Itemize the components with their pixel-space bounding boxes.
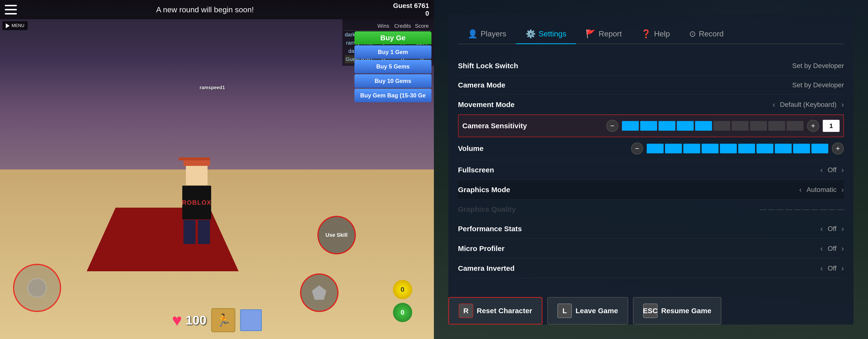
gold-coin: 0 — [393, 280, 412, 299]
inventory-item-2[interactable] — [240, 309, 262, 331]
performance-stats-chevron-right[interactable]: › — [841, 224, 844, 233]
heart-icon: ♥ — [172, 312, 182, 329]
buy-5-gems-button[interactable]: Buy 5 Gems — [354, 60, 431, 73]
vol-seg-5 — [720, 144, 737, 153]
action-button[interactable] — [300, 274, 339, 312]
setting-volume: Volume − + — [458, 137, 844, 160]
reset-character-button[interactable]: R Reset Character — [448, 297, 542, 324]
fullscreen-chevron-right[interactable]: › — [841, 165, 844, 174]
round-message: A new round will begin soon! — [17, 5, 393, 14]
col-credits: Credits — [393, 23, 412, 29]
use-skill-label: Use Skill — [326, 232, 348, 238]
tab-bar: 👤 Players ⚙️ Settings 🚩 Report ❓ Help ⊙ … — [458, 24, 844, 44]
setting-graphics-quality: Graphics Quality — — — — — — — — — — — [458, 200, 844, 219]
resume-game-button[interactable]: ESC Resume Game — [633, 297, 721, 324]
micro-profiler-value: Off — [828, 245, 837, 252]
col-player — [345, 23, 374, 29]
sensitivity-increase-button[interactable]: + — [807, 120, 819, 132]
report-tab-icon: 🚩 — [586, 29, 596, 38]
use-skill-button[interactable]: Use Skill — [317, 216, 356, 254]
tab-report[interactable]: 🚩 Report — [576, 24, 631, 44]
movement-mode-chevron-right[interactable]: › — [841, 100, 844, 109]
fullscreen-control: ‹ Off › — [578, 165, 844, 174]
setting-performance-stats: Performance Stats ‹ Off › — [458, 219, 844, 239]
green-coin-count: 0 — [401, 309, 404, 316]
graphics-mode-chevron-left[interactable]: ‹ — [799, 185, 802, 194]
micro-profiler-label: Micro Profiler — [458, 245, 578, 253]
seg-1 — [622, 121, 639, 131]
camera-inverted-chevron-right[interactable]: › — [841, 264, 844, 273]
tab-players[interactable]: 👤 Players — [458, 24, 516, 44]
vol-seg-2 — [665, 144, 682, 153]
setting-camera-inverted: Camera Inverted ‹ Off › — [458, 258, 844, 278]
health-value: 100 — [186, 313, 207, 328]
inventory-item-1[interactable]: 🏃 — [211, 308, 236, 332]
play-icon — [6, 23, 10, 28]
volume-decrease-button[interactable]: − — [631, 142, 643, 154]
menu-label[interactable]: MENU — [2, 21, 28, 30]
tab-settings[interactable]: ⚙️ Settings — [516, 24, 576, 44]
sensitivity-decrease-button[interactable]: − — [606, 120, 618, 132]
camera-inverted-value: Off — [828, 264, 837, 272]
character: ROBLOX — [182, 164, 211, 244]
leave-game-label: Leave Game — [576, 307, 618, 315]
tab-players-label: Players — [480, 29, 506, 38]
movement-mode-value: Default (Keyboard) — [780, 101, 836, 109]
movement-mode-chevron-left[interactable]: ‹ — [773, 100, 775, 109]
camera-sensitivity-control: − + 1 — [583, 120, 840, 132]
camera-mode-control: Set by Developer — [578, 81, 844, 89]
camera-mode-value: Set by Developer — [792, 81, 844, 89]
seg-4 — [677, 121, 694, 131]
seg-8 — [750, 121, 767, 131]
action-icon — [312, 285, 327, 300]
joystick-outer[interactable] — [13, 264, 61, 312]
setting-camera-mode: Camera Mode Set by Developer — [458, 76, 844, 95]
micro-profiler-chevron-right[interactable]: › — [841, 244, 844, 253]
tab-help[interactable]: ❓ Help — [631, 24, 679, 44]
joystick[interactable] — [13, 264, 61, 312]
resume-key: ESC — [643, 304, 657, 318]
reset-key: R — [459, 304, 473, 318]
green-coin: 0 — [393, 303, 412, 322]
buy-10-gems-button[interactable]: Buy 10 Gems — [354, 74, 431, 88]
reset-character-label: Reset Character — [477, 307, 532, 315]
volume-increase-button[interactable]: + — [832, 142, 844, 154]
graphics-mode-chevron-right[interactable]: › — [841, 185, 844, 194]
movement-mode-control: ‹ Default (Keyboard) › — [578, 100, 844, 109]
camera-inverted-chevron-left[interactable]: ‹ — [820, 264, 823, 273]
character-right-leg — [198, 220, 210, 244]
player-score: 0 — [393, 10, 429, 17]
shift-lock-value: Set by Developer — [792, 62, 844, 70]
buy-gems-title: Buy Ge — [354, 31, 431, 45]
settings-tab-icon: ⚙️ — [526, 29, 536, 38]
joystick-inner[interactable] — [27, 278, 47, 298]
graphics-mode-value: Automatic — [807, 186, 837, 194]
player-name: Guest 6761 — [393, 2, 429, 10]
setting-micro-profiler: Micro Profiler ‹ Off › — [458, 239, 844, 258]
fullscreen-chevron-left[interactable]: ‹ — [820, 165, 823, 174]
vol-seg-10 — [811, 144, 828, 153]
graphics-quality-value: — — — — — — — — — — — [760, 205, 844, 213]
performance-stats-value: Off — [828, 225, 837, 233]
resume-game-label: Resume Game — [661, 307, 711, 315]
setting-shift-lock: Shift Lock Switch Set by Developer — [458, 56, 844, 76]
seg-9 — [768, 121, 785, 131]
setting-fullscreen: Fullscreen ‹ Off › — [458, 160, 844, 180]
setting-movement-mode: Movement Mode ‹ Default (Keyboard) › — [458, 95, 844, 115]
character-hat — [183, 159, 210, 166]
leave-game-button[interactable]: L Leave Game — [547, 297, 628, 324]
seg-5 — [695, 121, 712, 131]
tab-record[interactable]: ⊙ Record — [679, 24, 733, 44]
sensitivity-slider: − + 1 — [606, 120, 840, 132]
buy-gem-bag-button[interactable]: Buy Gem Bag (15-30 Ge — [354, 89, 431, 102]
character-body: ROBLOX — [182, 186, 211, 219]
sensitivity-value-input[interactable]: 1 — [823, 120, 840, 132]
seg-3 — [658, 121, 675, 131]
setting-camera-sensitivity: Camera Sensitivity − — [458, 115, 844, 137]
health-display: ♥ 100 — [172, 312, 206, 329]
tab-settings-label: Settings — [538, 29, 566, 38]
performance-stats-chevron-left[interactable]: ‹ — [820, 224, 823, 233]
hamburger-menu-icon[interactable] — [5, 5, 17, 15]
micro-profiler-chevron-left[interactable]: ‹ — [820, 244, 823, 253]
buy-1-gem-button[interactable]: Buy 1 Gem — [354, 45, 431, 59]
